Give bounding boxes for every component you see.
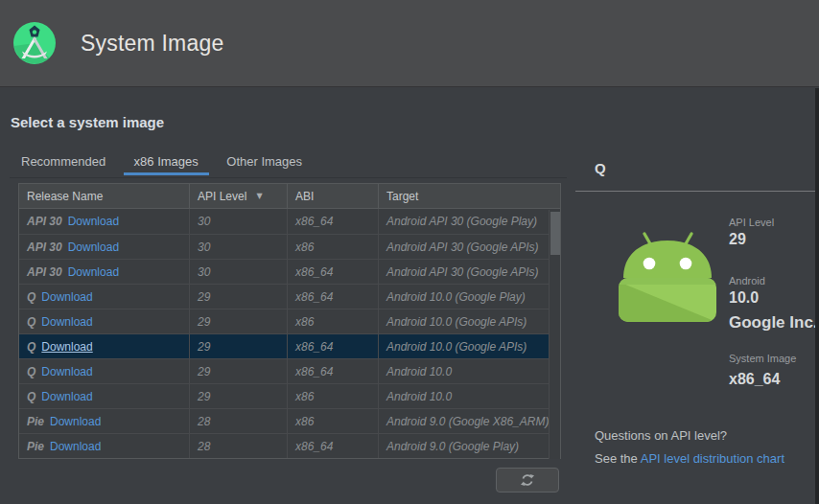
api-level-cell: 29: [189, 334, 287, 358]
abi-cell: x86: [287, 309, 378, 333]
release-name-cell: Q Download: [19, 334, 189, 358]
abi-cell: x86: [287, 235, 378, 259]
sort-desc-icon: ▼: [256, 192, 262, 200]
section-heading: Select a system image: [11, 114, 164, 130]
release-name-cell: Q Download: [19, 285, 189, 309]
abi-cell: x86_64: [287, 334, 378, 358]
refresh-icon: [520, 472, 535, 488]
abi-cell: x86_64: [287, 359, 378, 383]
column-header-api-level[interactable]: API Level ▼: [189, 184, 287, 208]
target-cell: Android 9.0 (Google Play): [378, 434, 560, 458]
table-body: API 30 Download 30 x86_64 Android API 30…: [19, 209, 560, 458]
target-cell: Android API 30 (Google APIs): [378, 260, 560, 284]
api-level-label: API Level: [729, 217, 774, 228]
release-name-cell: Pie Download: [19, 434, 189, 458]
download-link[interactable]: Download: [41, 340, 92, 354]
download-link[interactable]: Download: [68, 215, 119, 228]
tab-x86-images[interactable]: x86 Images: [124, 147, 209, 175]
table-row[interactable]: Q Download 29 x86_64 Android 10.0: [19, 358, 560, 383]
table-row[interactable]: Pie Download 28 x86_64 Android 9.0 (Goog…: [19, 433, 560, 458]
api-level-cell: 29: [189, 359, 287, 383]
api-level-cell: 29: [189, 285, 287, 309]
table-row[interactable]: API 30 Download 30 x86_64 Android API 30…: [19, 209, 560, 234]
release-name-cell: Q Download: [19, 309, 189, 333]
target-cell: Android 10.0 (Google Play): [378, 285, 560, 309]
api-level-cell: 28: [189, 409, 287, 433]
download-link[interactable]: Download: [41, 290, 92, 304]
dialog-title: System Image: [81, 31, 223, 57]
system-image-value: x86_64: [729, 371, 780, 388]
target-cell: Android 10.0: [378, 359, 560, 383]
release-name-cell: API 30 Download: [19, 260, 189, 284]
column-header-release-name[interactable]: Release Name: [19, 184, 189, 208]
release-name: Pie: [27, 415, 44, 428]
release-name-cell: Q Download: [19, 384, 189, 408]
details-title: Q: [595, 160, 606, 176]
target-cell: Android 10.0: [378, 384, 560, 408]
table-row[interactable]: API 30 Download 30 x86 Android API 30 (G…: [19, 234, 560, 259]
api-level-cell: 30: [189, 209, 287, 234]
target-cell: Android API 30 (Google Play): [378, 209, 560, 234]
column-header-target[interactable]: Target: [378, 184, 560, 208]
system-image-dialog: System Image Select a system image Recom…: [0, 0, 819, 504]
android-version-value: 10.0: [729, 289, 759, 307]
abi-cell: x86_64: [287, 260, 378, 284]
system-image-table: Release Name API Level ▼ ABI Target API …: [18, 183, 561, 459]
api-distribution-chart-link[interactable]: API level distribution chart: [641, 451, 784, 466]
release-name: Q: [27, 315, 35, 329]
release-name: Q: [27, 390, 35, 403]
abi-cell: x86: [287, 409, 378, 433]
refresh-button[interactable]: [496, 468, 559, 493]
target-cell: Android 10.0 (Google APIs): [378, 334, 560, 358]
download-link[interactable]: Download: [41, 315, 92, 329]
table-row[interactable]: Pie Download 28 x86 Android 9.0 (Google …: [19, 408, 560, 433]
android-robot-graphic: [611, 228, 726, 324]
table-vertical-scrollbar[interactable]: [549, 210, 560, 459]
dialog-header: System Image: [0, 0, 819, 87]
target-cell: Android 9.0 (Google X86_ARM): [378, 409, 560, 433]
release-name-cell: Q Download: [19, 359, 189, 383]
abi-cell: x86_64: [287, 209, 378, 234]
release-name: Q: [27, 365, 35, 378]
api-level-link-line: See the API level distribution chart: [595, 451, 784, 466]
table-row[interactable]: API 30 Download 30 x86_64 Android API 30…: [19, 259, 560, 284]
release-name: API 30: [27, 265, 62, 279]
table-row[interactable]: Q Download 29 x86 Android 10.0: [19, 383, 560, 408]
api-level-cell: 30: [189, 235, 287, 259]
api-level-question: Questions on API level?: [595, 428, 727, 443]
table-row[interactable]: Q Download 29 x86_64 Android 10.0 (Googl…: [19, 284, 560, 309]
android-label: Android: [729, 275, 765, 286]
api-level-cell: 30: [189, 260, 287, 284]
api-level-cell: 29: [189, 309, 287, 333]
release-name-cell: Pie Download: [19, 409, 189, 433]
right-edge-scrollbar[interactable]: [815, 88, 819, 504]
download-link[interactable]: Download: [50, 440, 101, 453]
download-link[interactable]: Download: [68, 241, 119, 254]
abi-cell: x86_64: [287, 285, 378, 309]
scrollbar-thumb[interactable]: [550, 212, 560, 255]
api-level-value: 29: [729, 231, 746, 248]
table-row[interactable]: Q Download 29 x86 Android 10.0 (Google A…: [19, 309, 560, 333]
download-link[interactable]: Download: [41, 390, 92, 403]
release-name-cell: API 30 Download: [19, 209, 189, 234]
release-name-cell: API 30 Download: [19, 235, 189, 259]
table-row[interactable]: Q Download 29 x86_64 Android 10.0 (Googl…: [19, 333, 560, 358]
api-level-cell: 28: [189, 434, 287, 458]
abi-cell: x86: [287, 384, 378, 408]
download-link[interactable]: Download: [68, 265, 119, 279]
download-link[interactable]: Download: [41, 365, 92, 378]
api-level-cell: 29: [189, 384, 287, 408]
target-cell: Android 10.0 (Google APIs): [378, 309, 560, 333]
download-link[interactable]: Download: [50, 415, 101, 428]
vendor-value: Google Inc.: [729, 313, 818, 332]
details-separator: [575, 191, 815, 192]
column-header-abi[interactable]: ABI: [287, 184, 378, 208]
tab-other-images[interactable]: Other Images: [216, 147, 313, 175]
release-name: Q: [27, 340, 35, 354]
release-name: Pie: [27, 440, 44, 453]
abi-cell: x86_64: [287, 434, 378, 458]
system-image-label: System Image: [729, 353, 796, 364]
table-header-row: Release Name API Level ▼ ABI Target: [19, 184, 560, 209]
release-name: Q: [27, 290, 35, 304]
tab-recommended[interactable]: Recommended: [11, 147, 116, 175]
